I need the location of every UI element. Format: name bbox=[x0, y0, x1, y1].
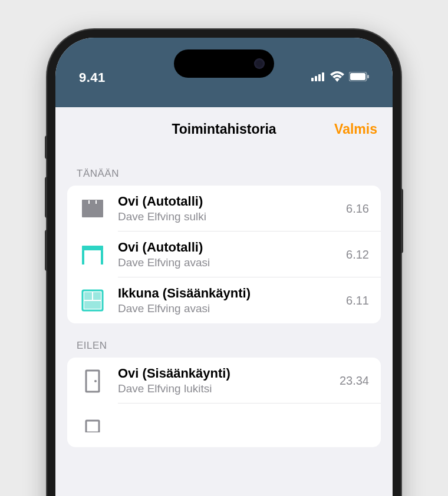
svg-rect-0 bbox=[311, 78, 314, 81]
history-item[interactable]: Ovi (Autotalli) Dave Elfving avasi 6.12 bbox=[67, 232, 381, 277]
svg-rect-16 bbox=[84, 292, 92, 300]
svg-rect-2 bbox=[318, 74, 321, 81]
page-header: Toimintahistoria Valmis bbox=[55, 107, 393, 151]
side-button bbox=[45, 135, 47, 159]
door-locked-icon bbox=[79, 367, 106, 394]
history-item-content: Ovi (Autotalli) Dave Elfving avasi bbox=[118, 240, 346, 269]
history-item-content: Ovi (Autotalli) Dave Elfving sulki bbox=[118, 194, 346, 223]
svg-rect-12 bbox=[82, 246, 103, 250]
door-icon bbox=[79, 412, 106, 439]
page-title: Toimintahistoria bbox=[172, 121, 276, 137]
window-open-icon bbox=[79, 287, 106, 314]
screen: 9.41 Toimintahistoria Valmis TÄNÄÄN bbox=[55, 38, 393, 496]
history-item[interactable] bbox=[67, 404, 381, 447]
garage-closed-icon bbox=[79, 195, 106, 222]
history-item-title: Ikkuna (Sisäänkäynti) bbox=[118, 286, 346, 301]
section-card-yesterday: Ovi (Sisäänkäynti) Dave Elfving lukitsi … bbox=[67, 358, 381, 447]
cellular-signal-icon bbox=[311, 72, 325, 84]
svg-rect-14 bbox=[101, 250, 103, 264]
history-item-time: 6.12 bbox=[346, 248, 369, 262]
history-item[interactable]: Ikkuna (Sisäänkäynti) Dave Elfving avasi… bbox=[67, 277, 381, 323]
camera-dot bbox=[254, 58, 265, 69]
history-item-time: 6.11 bbox=[346, 294, 369, 307]
history-item-content: Ikkuna (Sisäänkäynti) Dave Elfving avasi bbox=[118, 286, 346, 315]
volume-down-button bbox=[45, 230, 47, 271]
volume-up-button bbox=[45, 177, 47, 218]
status-icons bbox=[311, 71, 369, 84]
power-button bbox=[401, 189, 403, 253]
svg-rect-19 bbox=[86, 371, 99, 392]
svg-rect-9 bbox=[84, 204, 101, 217]
history-item-subtitle: Dave Elfving avasi bbox=[118, 256, 346, 269]
history-item[interactable]: Ovi (Sisäänkäynti) Dave Elfving lukitsi … bbox=[67, 358, 381, 404]
svg-rect-13 bbox=[82, 250, 84, 264]
section-header-yesterday: EILEN bbox=[55, 323, 393, 358]
history-item-title: Ovi (Autotalli) bbox=[118, 194, 346, 209]
svg-rect-17 bbox=[93, 292, 101, 300]
svg-point-20 bbox=[94, 380, 97, 382]
history-item-subtitle: Dave Elfving avasi bbox=[118, 302, 346, 315]
history-item-title: Ovi (Autotalli) bbox=[118, 240, 346, 255]
history-item-time: 6.16 bbox=[346, 202, 369, 216]
history-item-time: 23.34 bbox=[340, 374, 369, 388]
status-bar: 9.41 bbox=[55, 38, 393, 107]
history-item-subtitle: Dave Elfving lukitsi bbox=[118, 382, 340, 395]
svg-rect-6 bbox=[367, 75, 369, 78]
svg-rect-18 bbox=[84, 301, 101, 309]
status-time: 9.41 bbox=[79, 70, 106, 85]
history-item-title: Ovi (Sisäänkäynti) bbox=[118, 366, 340, 381]
battery-icon bbox=[349, 72, 369, 84]
wifi-icon bbox=[330, 71, 344, 84]
phone-frame: 9.41 Toimintahistoria Valmis TÄNÄÄN bbox=[47, 29, 401, 496]
dynamic-island bbox=[174, 49, 274, 78]
svg-rect-5 bbox=[350, 73, 365, 80]
history-item[interactable]: Ovi (Autotalli) Dave Elfving sulki 6.16 bbox=[67, 186, 381, 232]
done-button[interactable]: Valmis bbox=[334, 121, 377, 137]
svg-rect-1 bbox=[315, 76, 317, 81]
svg-rect-21 bbox=[86, 421, 99, 432]
garage-open-icon bbox=[79, 241, 106, 268]
section-card-today: Ovi (Autotalli) Dave Elfving sulki 6.16 … bbox=[67, 186, 381, 323]
history-item-subtitle: Dave Elfving sulki bbox=[118, 210, 346, 223]
history-item-content: Ovi (Sisäänkäynti) Dave Elfving lukitsi bbox=[118, 366, 340, 395]
svg-rect-3 bbox=[322, 72, 324, 81]
section-header-today: TÄNÄÄN bbox=[55, 151, 393, 186]
